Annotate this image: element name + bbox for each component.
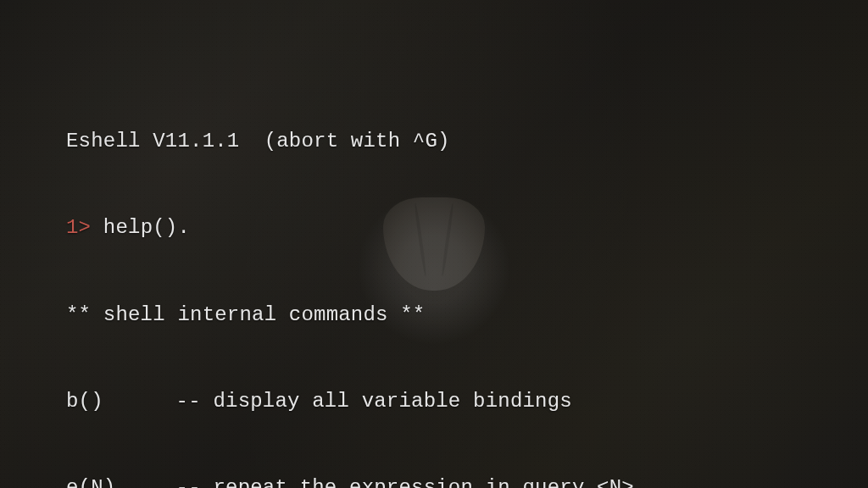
help-row: b()-- display all variable bindings — [66, 387, 834, 416]
cmd-name: e(N) — [66, 474, 176, 488]
terminal-output: Eshell V11.1.1 (abort with ^G) 1> help()… — [66, 69, 834, 488]
cmd-name: b() — [66, 387, 176, 416]
prompt-number: 1> — [66, 216, 91, 239]
prompt-line: 1> help(). — [66, 214, 834, 242]
cmd-desc: display all variable bindings — [213, 390, 571, 413]
cmd-sep: -- — [176, 390, 214, 413]
prompt-command: help(). — [91, 216, 190, 239]
eshell-header: Eshell V11.1.1 (abort with ^G) — [66, 127, 834, 156]
section-title: ** shell internal commands ** — [66, 301, 834, 330]
cmd-sep: -- — [176, 476, 214, 488]
cmd-desc: repeat the expression in query <N> — [213, 476, 633, 488]
help-row: e(N)-- repeat the expression in query <N… — [66, 474, 834, 488]
